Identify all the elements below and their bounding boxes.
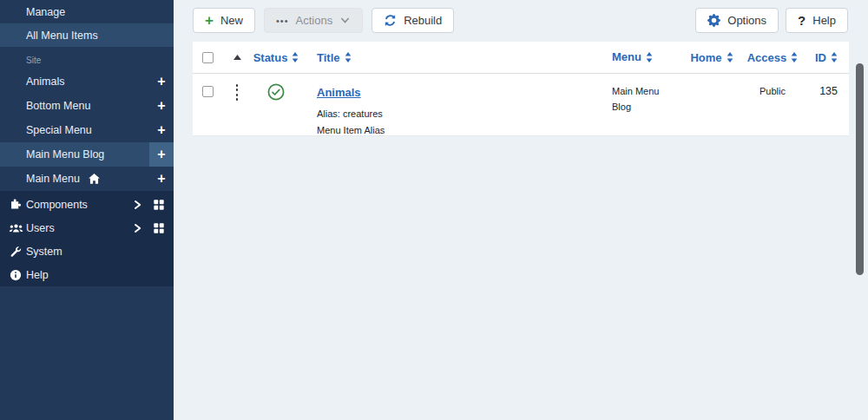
header-access-label: Access: [747, 51, 787, 64]
actions-button-label: Actions: [296, 14, 333, 27]
header-title[interactable]: Title: [317, 51, 352, 64]
table-row: AnimalsAlias: creaturesMenu Item AliasMa…: [193, 74, 849, 136]
order-cell: [222, 74, 252, 101]
sidebar-nav: ComponentsUsersSystemHelp: [0, 191, 174, 286]
sort-icon: [831, 52, 838, 62]
sort-icon: [646, 52, 653, 62]
order-column-header[interactable]: [222, 55, 252, 60]
help-button-label: Help: [812, 14, 836, 27]
header-menu[interactable]: Menu: [612, 49, 653, 67]
menu-item-title-link[interactable]: Animals: [317, 86, 361, 99]
sidebar-menu-label-text: Main Menu: [26, 173, 80, 185]
header-status-label: Status: [253, 51, 288, 64]
joomla-menu-items-screen: Manage All Menu Items Site Animals+Botto…: [0, 0, 868, 420]
sidebar-menu-main-menu-blog[interactable]: Main Menu Blog+: [0, 142, 174, 167]
gear-icon: [707, 14, 720, 27]
add-menu-item-button[interactable]: +: [149, 118, 174, 142]
sidebar-menu-bottom-menu[interactable]: Bottom Menu+: [0, 94, 174, 118]
chevron-right-icon[interactable]: [133, 200, 142, 210]
refresh-icon: [384, 14, 397, 27]
puzzle-icon: [5, 198, 26, 211]
menu-items-table: Status Title Menu: [193, 42, 849, 136]
header-id[interactable]: ID: [815, 51, 838, 64]
access-level: Public: [738, 74, 807, 96]
sidebar-item-manage-label: Manage: [26, 6, 65, 18]
header-status[interactable]: Status: [253, 51, 299, 64]
menu-name: Main Menu Blog: [612, 74, 686, 115]
sidebar-menu-label: Special Menu: [0, 124, 149, 136]
add-menu-item-button[interactable]: +: [149, 69, 174, 94]
main-area: + New ••• Actions Rebuild: [174, 0, 868, 420]
dashboard-grid-icon[interactable]: [153, 222, 165, 234]
ellipsis-icon: •••: [276, 16, 289, 26]
menu-item-alias: Alias: creatures: [317, 108, 612, 119]
sort-asc-icon: [233, 55, 241, 60]
sidebar-nav-label: Users: [26, 222, 133, 234]
sidebar-menu-label-text: Special Menu: [26, 124, 92, 136]
dashboard-grid-icon[interactable]: [153, 199, 165, 211]
chevron-down-icon: [339, 15, 351, 26]
info-icon: [5, 269, 26, 281]
toolbar-right-group: Options ? Help: [695, 8, 848, 33]
row-checkbox[interactable]: [202, 86, 214, 97]
header-menu-label: Menu: [612, 49, 641, 67]
menu-item-type-text: Menu Item Alias: [317, 125, 385, 135]
admin-sidebar: Manage All Menu Items Site Animals+Botto…: [0, 0, 174, 420]
rebuild-button[interactable]: Rebuild: [372, 8, 454, 33]
sidebar-nav-label: System: [26, 246, 165, 258]
wrench-icon: [5, 246, 26, 258]
select-all-checkbox[interactable]: [202, 52, 214, 63]
options-button[interactable]: Options: [695, 8, 779, 33]
sidebar-menu-label: Animals: [0, 75, 149, 88]
actions-button[interactable]: ••• Actions: [264, 8, 363, 33]
add-menu-item-button[interactable]: +: [149, 94, 174, 118]
new-button-label: New: [220, 14, 243, 27]
sidebar-menu-label: Main Menu Blog: [0, 148, 149, 161]
sidebar-item-help[interactable]: Help: [0, 263, 174, 286]
check-circle-icon[interactable]: [267, 83, 285, 101]
sidebar-menu-main-menu[interactable]: Main Menu+: [0, 167, 174, 191]
toolbar: + New ••• Actions Rebuild: [193, 8, 848, 33]
menu-item-title-text: Animals: [317, 86, 361, 99]
sidebar-item-all-menu-items[interactable]: All Menu Items: [0, 23, 174, 47]
table-body: AnimalsAlias: creaturesMenu Item AliasMa…: [193, 74, 849, 136]
sidebar-menu-label: Main Menu: [0, 173, 149, 185]
home-cell: [686, 74, 738, 84]
header-title-label: Title: [317, 51, 340, 64]
sidebar-nav-label: Components: [26, 199, 133, 211]
new-button[interactable]: + New: [193, 8, 255, 33]
sidebar-item-users[interactable]: Users: [0, 216, 174, 240]
sidebar-item-all-menu-items-label: All Menu Items: [26, 30, 98, 42]
sidebar-menu-label-text: Bottom Menu: [26, 100, 90, 112]
menu-item-alias-text: Alias: creatures: [317, 108, 383, 119]
menu-item-type: Menu Item Alias: [317, 125, 612, 135]
sidebar-item-system[interactable]: System: [0, 240, 174, 263]
add-menu-item-button[interactable]: +: [149, 167, 174, 191]
header-home[interactable]: Home: [690, 51, 733, 64]
sidebar-item-manage[interactable]: Manage: [0, 0, 174, 23]
header-id-label: ID: [815, 51, 826, 64]
sidebar-menu-special-menu[interactable]: Special Menu+: [0, 118, 174, 142]
sidebar-site-heading: Site: [0, 47, 174, 69]
add-menu-item-button[interactable]: +: [149, 142, 174, 167]
home-icon: [88, 173, 101, 185]
rebuild-button-label: Rebuild: [404, 14, 442, 27]
sidebar-menu-label: Bottom Menu: [0, 100, 149, 112]
help-button[interactable]: ? Help: [786, 8, 848, 33]
sidebar-menu-animals[interactable]: Animals+: [0, 69, 174, 94]
checkbox-cell: [193, 74, 222, 97]
scrollbar-thumb[interactable]: [856, 63, 864, 275]
drag-handle-icon[interactable]: [236, 84, 239, 101]
status-cell: [252, 74, 300, 101]
plus-icon: +: [205, 13, 214, 28]
chevron-right-icon[interactable]: [133, 223, 142, 233]
sort-icon: [791, 52, 798, 62]
users-icon: [5, 222, 26, 234]
sidebar-menu-label-text: Animals: [26, 75, 64, 88]
sidebar-site-menus: Animals+Bottom Menu+Special Menu+Main Me…: [0, 69, 174, 191]
header-access[interactable]: Access: [747, 51, 799, 64]
sidebar-item-components[interactable]: Components: [0, 193, 174, 216]
sort-icon: [727, 52, 733, 62]
table-header-row: Status Title Menu: [193, 42, 849, 74]
sidebar-nav-label: Help: [26, 269, 165, 281]
